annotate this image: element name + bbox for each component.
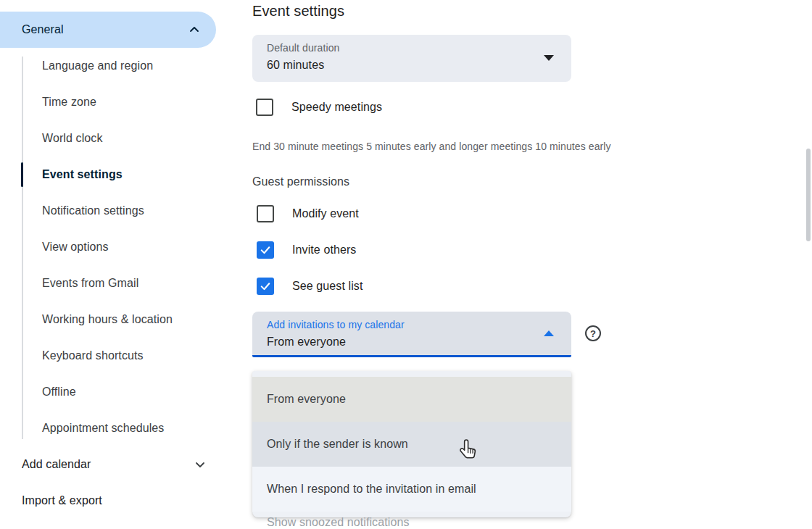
sidebar-item-time-zone[interactable]: Time zone bbox=[42, 93, 96, 111]
dropdown-arrow-up-icon bbox=[544, 330, 554, 336]
modify-event-checkbox-row[interactable]: Modify event bbox=[257, 205, 359, 222]
menu-option-from-everyone[interactable]: From everyone bbox=[252, 377, 571, 422]
chevron-down-icon bbox=[194, 459, 206, 470]
sidebar-item-offline[interactable]: Offline bbox=[42, 383, 76, 401]
see-guest-list-checkbox-row[interactable]: See guest list bbox=[257, 278, 362, 295]
sidebar-item-event-settings[interactable]: Event settings bbox=[42, 166, 123, 183]
chevron-up-icon bbox=[188, 24, 200, 36]
invite-others-label: Invite others bbox=[292, 243, 356, 257]
invite-others-checkbox[interactable] bbox=[257, 241, 274, 259]
show-snoozed-notifications-label: Show snoozed notifications bbox=[267, 516, 410, 529]
sidebar-section-general[interactable]: General bbox=[0, 12, 216, 48]
sidebar-import-export-label: Import & export bbox=[22, 494, 206, 507]
sidebar-item-view-options[interactable]: View options bbox=[42, 238, 109, 256]
speedy-meetings-help-text: End 30 minute meetings 5 minutes early a… bbox=[252, 141, 611, 152]
default-duration-label: Default duration bbox=[267, 42, 339, 54]
sidebar-item-appointment-schedules[interactable]: Appointment schedules bbox=[42, 420, 164, 437]
default-duration-value: 60 minutes bbox=[267, 59, 324, 72]
add-invitations-label: Add invitations to my calendar bbox=[267, 319, 405, 330]
speedy-meetings-checkbox-row[interactable]: Speedy meetings bbox=[256, 99, 382, 116]
dropdown-arrow-down-icon bbox=[544, 55, 554, 61]
speedy-meetings-label: Speedy meetings bbox=[291, 101, 382, 114]
see-guest-list-checkbox[interactable] bbox=[257, 278, 274, 295]
page-title: Event settings bbox=[252, 3, 344, 20]
add-invitations-select[interactable]: Add invitations to my calendar From ever… bbox=[252, 312, 571, 357]
sidebar-item-world-clock[interactable]: World clock bbox=[42, 130, 103, 147]
see-guest-list-label: See guest list bbox=[292, 280, 362, 293]
sidebar-item-working-hours[interactable]: Working hours & location bbox=[42, 311, 173, 328]
sidebar-item-keyboard-shortcuts[interactable]: Keyboard shortcuts bbox=[42, 347, 144, 365]
sidebar-section-import-export[interactable]: Import & export bbox=[22, 492, 206, 509]
guest-permissions-title: Guest permissions bbox=[252, 175, 349, 188]
menu-option-only-known-sender[interactable]: Only if the sender is known bbox=[252, 422, 571, 467]
sidebar-item-notification-settings[interactable]: Notification settings bbox=[42, 202, 144, 220]
modify-event-checkbox[interactable] bbox=[257, 205, 274, 222]
add-invitations-value: From everyone bbox=[267, 336, 346, 349]
speedy-meetings-checkbox[interactable] bbox=[256, 99, 273, 116]
sidebar-add-calendar-label: Add calendar bbox=[22, 458, 194, 471]
modify-event-label: Modify event bbox=[292, 207, 359, 220]
vertical-scrollbar-thumb[interactable] bbox=[806, 149, 811, 241]
sidebar-section-add-calendar[interactable]: Add calendar bbox=[22, 456, 206, 473]
invite-others-checkbox-row[interactable]: Invite others bbox=[257, 241, 356, 259]
sidebar-item-language-and-region[interactable]: Language and region bbox=[42, 57, 153, 75]
sidebar-section-general-label: General bbox=[22, 23, 188, 36]
default-duration-select[interactable]: Default duration 60 minutes bbox=[252, 35, 571, 82]
menu-option-when-i-respond[interactable]: When I respond to the invitation in emai… bbox=[252, 467, 571, 512]
add-invitations-dropdown-menu: From everyone Only if the sender is know… bbox=[252, 371, 571, 517]
calendar-settings-page: General Language and region Time zone Wo… bbox=[0, 0, 812, 529]
help-icon[interactable]: ? bbox=[585, 325, 601, 341]
checkmark-icon bbox=[259, 280, 272, 293]
nav-rail-line bbox=[22, 57, 23, 439]
active-item-indicator bbox=[21, 162, 23, 187]
help-icon-glyph: ? bbox=[590, 328, 596, 339]
sidebar-item-events-from-gmail[interactable]: Events from Gmail bbox=[42, 275, 138, 292]
checkmark-icon bbox=[259, 243, 272, 257]
